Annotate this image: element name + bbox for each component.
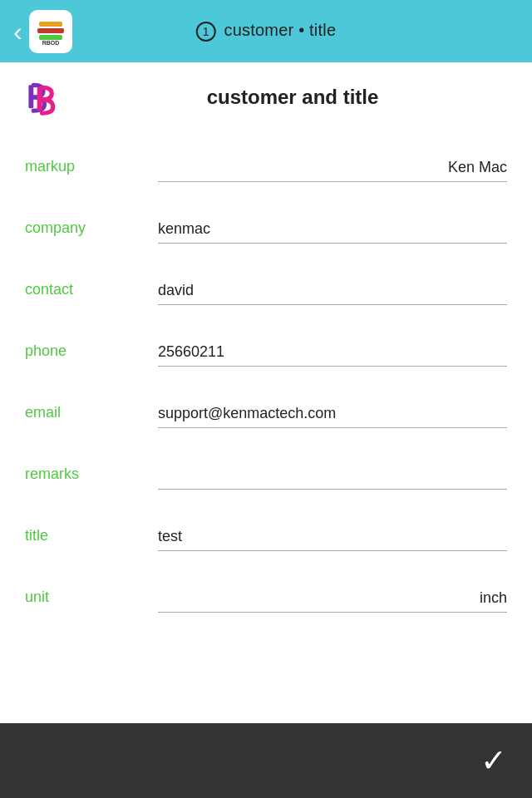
section-title: customer and title <box>78 86 507 109</box>
form-row: contactdavid <box>25 259 507 305</box>
field-underline-markup <box>158 181 507 182</box>
field-label-phone: phone <box>25 342 158 367</box>
confirm-button[interactable]: ✓ <box>480 742 507 779</box>
field-underline-phone <box>158 366 507 367</box>
field-value-container-remarks <box>158 484 507 490</box>
form-row: unitinch <box>25 566 507 613</box>
field-label-email: email <box>25 404 158 428</box>
bottom-bar: ✓ <box>0 723 532 798</box>
field-value-container-email: support@kenmactech.com <box>158 405 507 428</box>
header-logo: RBOD <box>29 10 72 53</box>
field-label-company: company <box>25 219 158 244</box>
app-logo-icon <box>25 79 62 116</box>
field-label-markup: markup <box>25 158 158 182</box>
form-row: remarks <box>25 443 507 490</box>
field-underline-unit <box>158 612 507 613</box>
main-content: customer and title markupKen Maccompanyk… <box>0 62 532 644</box>
svg-rect-0 <box>39 22 62 27</box>
field-underline-email <box>158 427 507 428</box>
field-value-container-markup: Ken Mac <box>158 159 507 182</box>
field-value-container-unit: inch <box>158 589 507 613</box>
form-row: markupKen Mac <box>25 135 507 182</box>
header-title-text: customer • title <box>224 21 337 39</box>
svg-text:RBOD: RBOD <box>42 40 59 46</box>
form-row: phone25660211 <box>25 320 507 367</box>
form-fields: markupKen Maccompanykenmaccontactdavidph… <box>25 135 507 613</box>
field-underline-company <box>158 243 507 244</box>
field-label-title: title <box>25 527 158 551</box>
field-underline-remarks <box>158 489 507 490</box>
field-value-container-contact: david <box>158 282 507 305</box>
field-value-unit[interactable]: inch <box>158 589 507 612</box>
field-underline-title <box>158 550 507 551</box>
field-value-container-title: test <box>158 528 507 551</box>
form-row: companykenmac <box>25 197 507 244</box>
field-value-container-company: kenmac <box>158 220 507 244</box>
form-row: titletest <box>25 505 507 551</box>
field-value-markup[interactable]: Ken Mac <box>158 159 507 181</box>
field-value-container-phone: 25660211 <box>158 343 507 367</box>
header: ‹ RBOD 1 customer • title <box>0 0 532 62</box>
field-value-email[interactable]: support@kenmactech.com <box>158 405 507 427</box>
field-value-contact[interactable]: david <box>158 282 507 304</box>
field-value-company[interactable]: kenmac <box>158 220 507 243</box>
step-number: 1 <box>196 22 216 42</box>
field-value-phone[interactable]: 25660211 <box>158 343 507 366</box>
field-label-remarks: remarks <box>25 466 158 490</box>
form-row: emailsupport@kenmactech.com <box>25 382 507 428</box>
field-underline-contact <box>158 304 507 305</box>
rbod-logo-icon: RBOD <box>34 15 67 48</box>
header-title: 1 customer • title <box>196 21 336 42</box>
field-label-unit: unit <box>25 589 158 613</box>
back-button[interactable]: ‹ <box>13 18 22 45</box>
field-label-contact: contact <box>25 281 158 305</box>
field-value-title[interactable]: test <box>158 528 507 550</box>
svg-rect-1 <box>37 28 64 33</box>
